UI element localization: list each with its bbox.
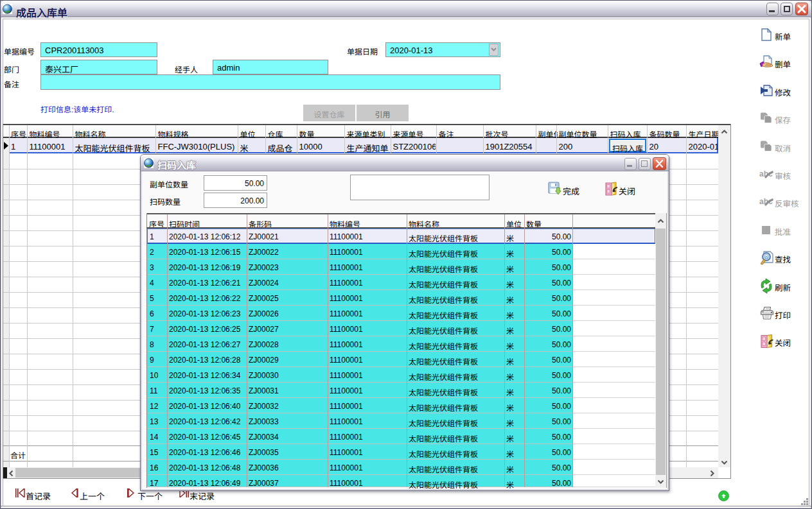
svg-text:n: n	[765, 255, 768, 259]
